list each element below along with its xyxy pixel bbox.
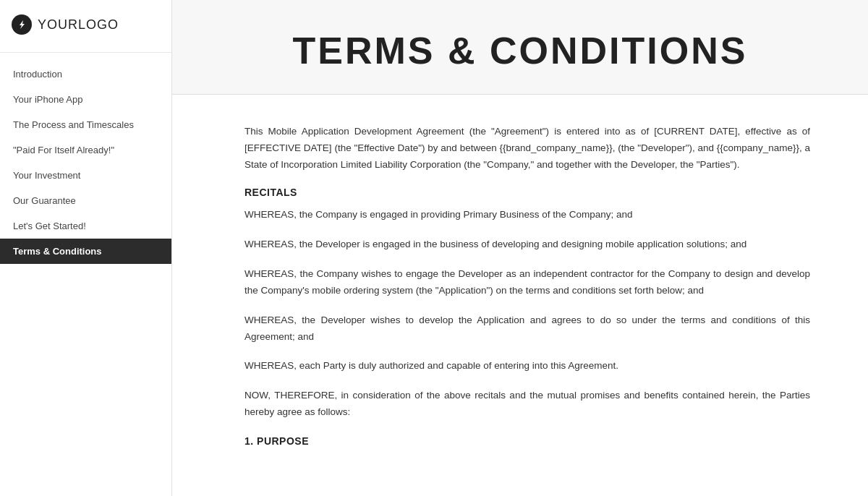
logo-text: YOURLOGO bbox=[38, 17, 119, 33]
sidebar-item-2[interactable]: The Process and Timescales bbox=[0, 112, 171, 137]
sidebar-item-0[interactable]: Introduction bbox=[0, 61, 171, 87]
sidebar-item-3[interactable]: "Paid For Itself Already!" bbox=[0, 137, 171, 163]
purpose-heading: 1. PURPOSE bbox=[244, 435, 810, 447]
sidebar-item-1[interactable]: Your iPhone App bbox=[0, 87, 171, 112]
recital-2: WHEREAS, the Company wishes to engage th… bbox=[244, 266, 810, 299]
logo-bold: YOUR bbox=[38, 17, 78, 32]
bolt-icon bbox=[17, 20, 27, 30]
intro-paragraph: This Mobile Application Development Agre… bbox=[244, 124, 810, 174]
svg-marker-0 bbox=[20, 20, 25, 29]
sidebar-item-7[interactable]: Terms & Conditions bbox=[0, 239, 171, 264]
recital-4: WHEREAS, each Party is duly authorized a… bbox=[244, 358, 810, 375]
sidebar-item-5[interactable]: Our Guarantee bbox=[0, 188, 171, 213]
sidebar: YOURLOGO IntroductionYour iPhone AppThe … bbox=[0, 0, 172, 496]
nav-list: IntroductionYour iPhone AppThe Process a… bbox=[0, 53, 171, 496]
content-area: This Mobile Application Development Agre… bbox=[172, 95, 868, 496]
recital-5: NOW, THEREFORE, in consideration of the … bbox=[244, 388, 810, 421]
recital-1: WHEREAS, the Developer is engaged in the… bbox=[244, 236, 810, 253]
sidebar-item-6[interactable]: Let's Get Started! bbox=[0, 213, 171, 239]
logo-regular: LOGO bbox=[78, 17, 119, 32]
page-title: TERMS & CONDITIONS bbox=[172, 29, 868, 72]
recitals-heading: RECITALS bbox=[244, 187, 810, 198]
logo-icon bbox=[12, 14, 32, 35]
main-content: TERMS & CONDITIONS This Mobile Applicati… bbox=[172, 0, 868, 496]
recital-3: WHEREAS, the Developer wishes to develop… bbox=[244, 312, 810, 346]
page-header: TERMS & CONDITIONS bbox=[172, 0, 868, 95]
sidebar-item-4[interactable]: Your Investment bbox=[0, 163, 171, 188]
logo-area: YOURLOGO bbox=[0, 0, 171, 53]
recital-0: WHEREAS, the Company is engaged in provi… bbox=[244, 207, 810, 223]
